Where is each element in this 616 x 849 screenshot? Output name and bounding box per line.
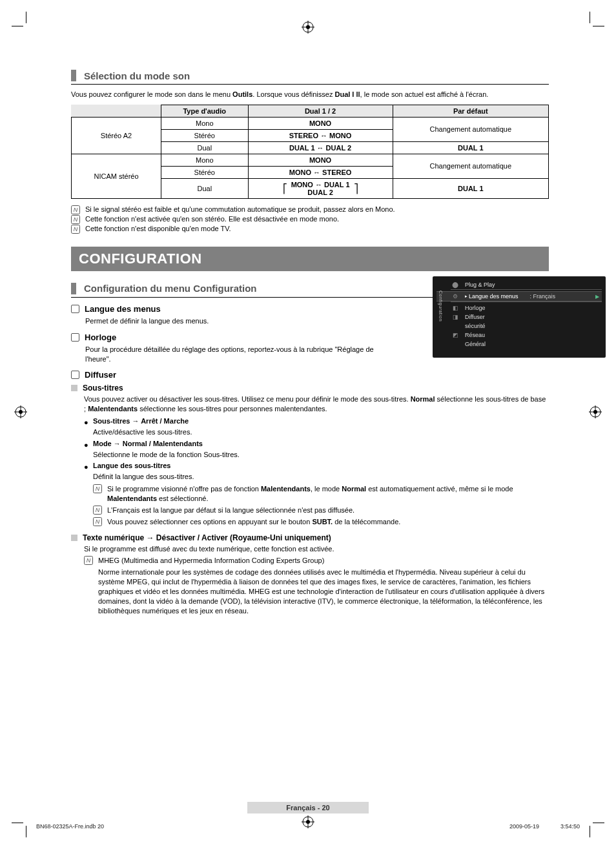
sub-bullet-icon [71, 535, 77, 541]
square-bullet-icon [71, 371, 79, 379]
table-cell: DUAL 1 [393, 141, 548, 154]
table-cell: Dual [161, 141, 248, 154]
menu-item-title: Langue des menus [85, 304, 161, 314]
menu-item-desc: Pour la procédure détaillée du réglage d… [85, 345, 395, 364]
note-icon: N [71, 205, 80, 216]
note-icon: N [84, 556, 93, 568]
dot-icon: ● [84, 462, 88, 472]
table-cell: DUAL 1 [393, 178, 548, 198]
bracket-icon: ⎤ [354, 183, 358, 194]
menu-item-title: Horloge [85, 332, 116, 342]
footer-left: BN68-02325A-Fre.indb 20 [36, 823, 104, 830]
table-cell: Changement automatique [393, 117, 548, 141]
osd-row: Diffuser [465, 314, 485, 320]
osd-row: Réseau [465, 332, 485, 338]
crop-mark [12, 823, 23, 823]
osd-icon: ⬤ [451, 281, 460, 288]
table-cell: MONO [248, 117, 393, 129]
note-icon: N [71, 225, 80, 235]
note-item: NL'Français est la langue par défaut si … [93, 506, 549, 515]
bracket-icon: ⎡ [283, 183, 287, 194]
osd-icon: ◧ [451, 305, 460, 311]
chevron-right-icon: ▶ [595, 294, 599, 300]
table-header: Dual 1 / 2 [248, 105, 393, 117]
crop-mark [593, 823, 604, 823]
table-row-label: NICAM stéréo [72, 154, 161, 198]
footer-date: 2009-05-19 [509, 823, 539, 830]
svg-point-11 [593, 410, 597, 414]
section-heading: Configuration du menu Configuration [84, 283, 256, 294]
note-item: NCette fonction n'est disponible qu'en m… [71, 225, 549, 232]
bullet-item: ●Sous-titres → Arrêt / MarcheActive/désa… [84, 416, 549, 437]
note-icon: N [93, 484, 102, 496]
note-icon: N [71, 215, 80, 225]
print-footer: BN68-02325A-Fre.indb 20 2009-05-19 3:54:… [36, 823, 580, 830]
note-item: N Vous pouvez sélectionner ces options e… [93, 517, 549, 527]
sub-item-desc: Vous pouvez activer ou désactiver les so… [84, 394, 549, 414]
crop-mark [26, 826, 26, 837]
table-row-label: Stéréo A2 [72, 117, 161, 154]
note-item: N Si le programme visionné n'offre pas d… [93, 484, 549, 504]
table-cell: Dual [161, 178, 248, 198]
crop-mark [12, 26, 23, 26]
menu-item-title: Diffuser [85, 370, 116, 380]
table-cell: STEREO ↔ MONO [248, 129, 393, 141]
table-cell: Stéréo [161, 166, 248, 178]
table-cell: MONO ↔ STEREO [248, 166, 393, 178]
registration-mark-icon [302, 21, 314, 34]
square-bullet-icon [71, 333, 79, 342]
section-rule [71, 84, 549, 85]
square-bullet-icon [71, 305, 79, 313]
section-bar [71, 70, 76, 81]
crop-mark [26, 12, 26, 23]
sub-item-title: Sous-titres [83, 384, 123, 393]
intro-text: Vous pouvez configurer le mode son dans … [71, 90, 549, 99]
registration-mark-icon [589, 405, 602, 418]
note-icon: N [93, 517, 102, 529]
svg-text:N: N [96, 486, 100, 492]
table-cell: DUAL 1 ↔ DUAL 2 [248, 141, 393, 154]
osd-row-highlight: ⚙ ▸ Langue des menus: Français▶ [436, 291, 602, 302]
note-item: NSi le signal stéréo est faible et qu'un… [71, 205, 549, 213]
bullet-item: ●Mode → Normal / MalentendantsSélectionn… [84, 439, 549, 460]
osd-row: Horloge [465, 305, 486, 311]
chapter-banner: CONFIGURATION [71, 247, 549, 271]
sub-bullet-icon [71, 385, 77, 391]
svg-text:N: N [74, 207, 78, 213]
table-header: Par défaut [393, 105, 548, 117]
table-cell: ⎡ MONO ↔ DUAL 1 DUAL 2 ⎤ [248, 178, 393, 198]
svg-text:N: N [74, 216, 78, 223]
section-bar [71, 283, 76, 294]
note-item: NCette fonction n'est activée qu'en son … [71, 215, 549, 223]
gear-icon: ⚙ [451, 293, 460, 300]
note-item: N MHEG (Multimedia and Hypermedia Inform… [84, 556, 549, 615]
osd-row: Plug & Play [465, 281, 495, 288]
section-heading: Sélection du mode son [84, 70, 190, 81]
dot-icon: ● [84, 440, 88, 450]
osd-icon: ◩ [451, 332, 460, 338]
table-cell: Changement automatique [393, 154, 548, 178]
table-header: Type d'audio [161, 105, 248, 117]
osd-side-label: Configuration [438, 291, 443, 322]
table-cell: Mono [161, 117, 248, 129]
svg-text:N: N [96, 507, 100, 513]
bullet-item: ●Langue des sous-titresDéfinit la langue… [84, 461, 549, 482]
table-cell: Stéréo [161, 129, 248, 141]
osd-row: sécurité [465, 323, 486, 329]
dot-icon: ● [84, 418, 88, 427]
svg-text:N: N [96, 518, 100, 525]
crop-mark [590, 12, 590, 23]
note-icon: N [93, 506, 102, 517]
osd-preview: Configuration ⬤Plug & Play ⚙ ▸ Langue de… [433, 276, 606, 358]
audio-table: Type d'audio Dual 1 / 2 Par défaut Stéré… [71, 105, 549, 199]
svg-point-7 [19, 410, 23, 414]
table-cell: Mono [161, 154, 248, 166]
crop-mark [590, 826, 590, 837]
svg-point-3 [306, 25, 310, 29]
table-cell: MONO [248, 154, 393, 166]
sub-item-title: Texte numérique → Désactiver / Activer (… [83, 533, 331, 542]
svg-text:N: N [87, 557, 91, 564]
crop-mark [593, 26, 604, 26]
osd-row: Général [465, 341, 486, 347]
sub-item-desc: Si le programme est diffusé avec du text… [84, 544, 549, 554]
